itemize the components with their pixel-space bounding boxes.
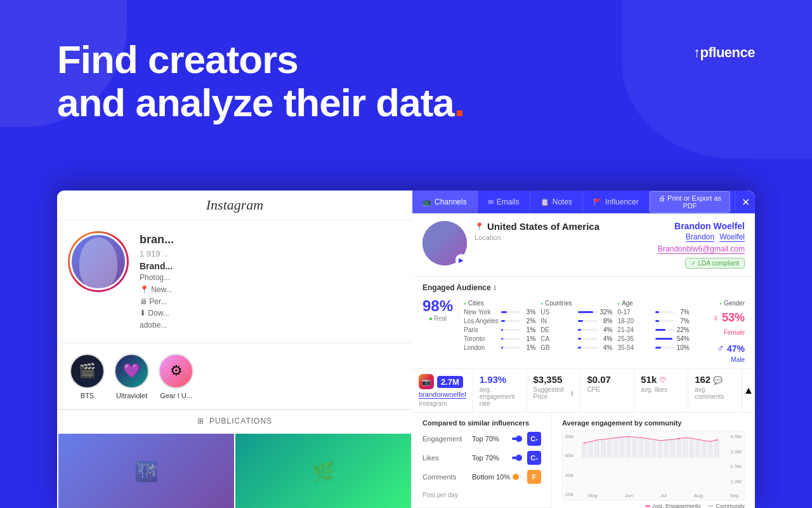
age-label: Age (618, 300, 690, 307)
legend-dot-pink (645, 505, 650, 507)
heart-icon: ♡ (659, 376, 666, 385)
profile-section: bran... 1 919 ... Brand... Photog... 📍 N… (57, 220, 412, 338)
bottom-section: Compared to similar influencers Engageme… (412, 413, 755, 508)
metric-platform-label: Instagram (419, 400, 466, 407)
location-sub: Location (475, 234, 636, 241)
svg-rect-17 (689, 438, 694, 458)
engagement-grade: C- (527, 432, 541, 446)
svg-rect-21 (714, 439, 719, 458)
metric-engagement: 1.93% avg. engagement rate (473, 369, 527, 412)
headline-line2: and analyze their data. (57, 81, 755, 124)
suggested-price-label: Suggested Price ℹ (534, 386, 574, 400)
headline-line1: Find creators (57, 38, 755, 81)
svg-rect-20 (708, 441, 713, 458)
legend-community: Community (708, 503, 745, 508)
chart-svg (582, 434, 725, 458)
audience-title: Engaged Audience ℹ (422, 283, 745, 292)
svg-rect-0 (582, 443, 587, 458)
lda-badge: ✓ LDA compliant (685, 258, 745, 269)
svg-rect-16 (683, 437, 688, 458)
grid-icon: ⊞ (197, 417, 204, 425)
influencer-icon: 🚩 (593, 198, 602, 206)
svg-rect-2 (594, 439, 599, 458)
engagement-comparison-row: Engagement Top 70% C- (422, 432, 541, 446)
svg-point-22 (584, 442, 585, 443)
post-thumb-2[interactable]: 🌿 (235, 434, 411, 508)
avatar-silhouette (79, 237, 117, 288)
svg-point-23 (628, 436, 629, 437)
profile-username: bran... (140, 233, 400, 246)
svg-rect-3 (601, 439, 606, 458)
story-item-gear[interactable]: ⚙ Gear I U... (159, 354, 193, 399)
location-name: United States of America (487, 221, 599, 232)
real-label: ● Real (429, 315, 447, 322)
male-label: Male (731, 356, 745, 363)
chart-area: 80k 60k 40k 20k 4.5M 3.0M 1.5M 1.0M (562, 431, 745, 500)
chart-section: Average engagement by community 80k 60k … (552, 413, 755, 508)
comparison-section: Compared to similar influencers Engageme… (412, 413, 552, 508)
location-row: 📍 United States of America (475, 221, 636, 232)
nav-tab-influencer[interactable]: 🚩 Influencer (583, 190, 650, 213)
svg-rect-4 (607, 438, 612, 458)
svg-rect-13 (664, 439, 669, 458)
gender-label: Gender (719, 300, 745, 307)
comments-comparison-row: Comments Bottom 10% F (422, 470, 541, 484)
scroll-up-button[interactable]: ▲ (742, 369, 755, 412)
location-block: 📍 United States of America Location (475, 221, 636, 241)
svg-rect-18 (695, 439, 700, 458)
instagram-icon: 📷 (419, 374, 434, 389)
headline-dot: . (454, 81, 464, 124)
info-icon: ℹ (494, 284, 496, 291)
story-item-uv[interactable]: 💜 Ultraviolet (114, 354, 149, 399)
creator-email[interactable]: Brandonblw6@gmail.com (658, 244, 745, 254)
comments-grade: F (527, 470, 541, 484)
svg-rect-12 (657, 440, 662, 458)
age-col: Age 0-17 7% 18-20 7% 21-24 22% (618, 297, 690, 351)
svg-rect-11 (651, 439, 656, 458)
creator-full-name: Brandon Woelfel (643, 221, 745, 231)
metric-price: $3,355 Suggested Price ℹ (527, 369, 581, 412)
svg-point-25 (716, 439, 717, 441)
metric-likes: 51k ♡ avg. likes (634, 369, 688, 412)
svg-rect-1 (588, 441, 593, 458)
metrics-bar: 📷 2.7M brandonwoelfel Instagram 1.93% av… (412, 369, 755, 413)
svg-rect-10 (645, 438, 650, 458)
nav-tab-notes[interactable]: 📋 Notes (530, 190, 583, 213)
story-label-gear: Gear I U... (160, 392, 192, 399)
nav-tab-channels[interactable]: 📺 Channels (412, 190, 478, 213)
svg-point-24 (678, 438, 679, 439)
metric-instagram: 📷 2.7M brandonwoelfel Instagram (412, 369, 473, 412)
creator-last-name[interactable]: Woelfel (719, 232, 745, 242)
story-item-bts[interactable]: 🎬 BTS (70, 354, 105, 399)
location-pin-icon: 📍 (475, 222, 484, 231)
profile-right: Brandon Woelfel Brandon Woelfel Brandonb… (643, 221, 745, 269)
svg-rect-5 (613, 437, 619, 458)
creator-first-name[interactable]: Brandon (686, 232, 714, 242)
female-pct: 53% (722, 311, 745, 324)
story-circle-bts: 🎬 (70, 354, 105, 389)
real-dot-icon: ● (429, 315, 433, 322)
chart-y-labels-right: 4.5M 3.0M 1.5M 1.0M (730, 431, 742, 487)
analytics-profile-header: ▶ 📍 United States of America Location Br… (412, 213, 755, 277)
post-thumb-1[interactable]: 🌃 (58, 434, 234, 508)
story-circle-uv: 💜 (114, 354, 149, 389)
avg-likes-label: avg. likes (641, 386, 681, 393)
print-button[interactable]: 🖨 Print or Export as PDF (650, 191, 730, 213)
check-icon: ✓ (691, 260, 696, 267)
main-ui-container: Instagram bran... 1 919 ... Brand... Pho… (57, 190, 755, 508)
panel-nav: 📺 Channels ✉ Emails 📋 Notes 🚩 Influencer… (412, 190, 755, 213)
instagram-header: Instagram (57, 190, 412, 220)
headline: Find creators and analyze their data. (57, 38, 755, 124)
close-button[interactable]: ✕ (735, 190, 755, 213)
nav-tab-emails[interactable]: ✉ Emails (478, 190, 530, 213)
svg-rect-7 (626, 436, 631, 458)
avatar-inner (70, 233, 127, 290)
male-pct: 47% (727, 344, 745, 354)
metric-cpe: $0.07 CPE (580, 369, 634, 412)
svg-rect-8 (632, 437, 638, 458)
cities-label: Cities (464, 300, 535, 307)
metric-username[interactable]: brandonwoelfel (419, 391, 466, 399)
real-pct: 98% (422, 297, 453, 315)
post-per-day-label: Post per day (422, 491, 458, 498)
gender-col: Gender ♀ 53% Female ♂ 47% Male (695, 297, 745, 363)
